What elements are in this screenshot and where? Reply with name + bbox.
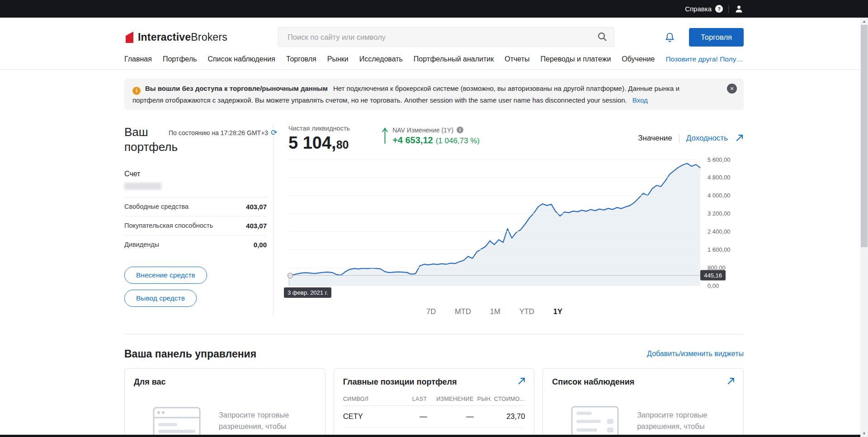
- logo-secondary: Brokers: [191, 31, 227, 43]
- range-button-1y[interactable]: 1Y: [552, 306, 564, 317]
- ib-logo[interactable]: InteractiveBrokers: [124, 31, 227, 43]
- nav-item-reports[interactable]: Отчеты: [505, 55, 529, 63]
- range-button-7d[interactable]: 7D: [425, 306, 438, 317]
- col-change: ИЗМЕНЕНИЕ: [427, 396, 474, 402]
- cell-market-value: 23,70: [474, 412, 525, 421]
- chart-y-axis: 5 600,004 800,004 000,003 200,002 400,00…: [700, 160, 744, 286]
- gridline: [288, 286, 700, 286]
- promo-message: Запросите торговые разрешения, чтобы про…: [219, 409, 302, 437]
- scrollbar-thumb[interactable]: [861, 25, 868, 247]
- as-of-timestamp: По состоянию на 17:28:26 GMT+3⟳: [169, 125, 277, 155]
- watchlist-card: Список наблюдения Запросите торговые раз…: [542, 368, 744, 437]
- portfolio-summary-panel: Ваш портфель По состоянию на 17:28:26 GM…: [124, 125, 274, 317]
- nav-item-watchlist[interactable]: Список наблюдения: [208, 55, 275, 63]
- footer-edge: [0, 435, 860, 437]
- nav-change-percent: (1 046,73 %): [436, 136, 480, 145]
- net-liquidity-int: 5 104,: [288, 133, 336, 152]
- nav-item-portfolio[interactable]: Портфель: [163, 55, 197, 63]
- net-liquidity-chart-panel: Чистая ликвидность 5 104,80 NAV Изменени…: [274, 125, 744, 317]
- notifications-bell-button[interactable]: [664, 32, 675, 43]
- scrollbar-track[interactable]: [860, 25, 868, 430]
- gridline: [288, 195, 700, 196]
- as-of-text: По состоянию на 17:28:26 GMT+3: [169, 129, 268, 136]
- portfolio-section: Ваш портфель По состоянию на 17:28:26 GM…: [124, 125, 744, 334]
- alert-circle-icon: i: [132, 87, 141, 95]
- account-label: Счет: [124, 170, 267, 178]
- cell-change: —: [427, 412, 474, 421]
- row-value: 403,07: [246, 222, 267, 230]
- edit-widgets-link[interactable]: Добавить/изменить виджеты: [647, 350, 744, 358]
- deposit-funds-button[interactable]: Внесение средств: [124, 267, 207, 284]
- cell-last: —: [394, 412, 427, 421]
- toggle-divider: [679, 134, 679, 143]
- expand-chart-icon[interactable]: [735, 134, 744, 142]
- card-title: Для вас: [125, 369, 325, 391]
- info-circle-icon[interactable]: i: [457, 127, 463, 133]
- nav-change-amount: +4 653,12: [392, 135, 433, 145]
- dashboard-section: Ваша панель управления Добавить/изменить…: [124, 348, 744, 437]
- y-axis-label: 1 600,00: [708, 246, 731, 253]
- net-liquidity-chart: 3 февр. 2021 г. 5 600,004 800,004 000,00…: [288, 160, 744, 286]
- nav-change-label: NAV Изменение (1Y): [392, 127, 453, 134]
- ib-logo-icon: [124, 31, 135, 43]
- up-arrow-icon: [382, 127, 388, 145]
- col-market-value: РЫН. СТОИМО...: [474, 396, 525, 402]
- net-liquidity-block: Чистая ликвидность 5 104,80: [288, 125, 350, 153]
- logo-primary: Interactive: [138, 31, 191, 43]
- question-circle-icon[interactable]: ?: [715, 5, 723, 13]
- open-positions-icon[interactable]: [517, 377, 526, 385]
- nav-item-trade[interactable]: Торговля: [286, 55, 316, 63]
- bell-icon: [664, 32, 675, 43]
- value-tab[interactable]: Значение: [638, 134, 672, 143]
- return-tab[interactable]: Доходность: [686, 134, 728, 143]
- nav-item-research[interactable]: Исследовать: [359, 55, 403, 63]
- range-button-mtd[interactable]: MTD: [453, 306, 473, 317]
- dashboard-title: Ваша панель управления: [124, 348, 256, 360]
- top-positions-card: Главные позиции портфеля СИМВОЛ LAST ИЗМ…: [334, 368, 535, 437]
- trade-button[interactable]: Торговля: [689, 28, 744, 47]
- browser-placeholder-icon: [147, 403, 206, 437]
- card-title: Список наблюдения: [543, 369, 743, 391]
- nav-item-markets[interactable]: Рынки: [327, 55, 349, 63]
- portfolio-title: Ваш портфель: [124, 125, 169, 155]
- logo-text: InteractiveBrokers: [138, 31, 227, 43]
- magnifier-icon[interactable]: [597, 32, 607, 43]
- page: Справка ? InteractiveBrokers: [0, 0, 868, 437]
- portfolio-chart-plot[interactable]: 3 февр. 2021 г.: [288, 160, 700, 286]
- scrollbar[interactable]: ▲ ▼: [860, 18, 868, 437]
- y-axis-label: 2 400,00: [708, 228, 731, 235]
- promo-message: Запросите торговые разрешения, чтобы про…: [637, 409, 721, 437]
- search-input[interactable]: [278, 27, 614, 47]
- referral-link[interactable]: Позовите друга! Получит...: [666, 55, 744, 63]
- nav-item-education[interactable]: Обучение: [622, 55, 655, 63]
- nav-item-home[interactable]: Главная: [124, 55, 152, 63]
- top-positions-table: СИМВОЛ LAST ИЗМЕНЕНИЕ РЫН. СТОИМО... CET…: [334, 391, 534, 437]
- summary-row-dividends: Дивиденды 0,00: [124, 235, 267, 254]
- row-label: Покупательская способность: [124, 222, 213, 229]
- topbar-divider: [728, 5, 729, 13]
- help-link[interactable]: Справка ?: [685, 5, 723, 13]
- table-row[interactable]: CETY — — 23,70: [343, 406, 525, 428]
- row-value: 403,07: [246, 203, 267, 211]
- main-nav: Главная Портфель Список наблюдения Торго…: [124, 49, 744, 69]
- nav-item-portfolio-analyst[interactable]: Портфельный аналитик: [414, 55, 494, 63]
- scrollbar-down-arrow[interactable]: ▼: [863, 430, 866, 437]
- gridline: [288, 231, 700, 232]
- gridline: [288, 213, 700, 214]
- y-axis-label: 5 600,00: [708, 156, 731, 163]
- user-menu-button[interactable]: [734, 4, 744, 14]
- account-block: Счет: [124, 170, 267, 197]
- watchlist-placeholder-icon: [566, 403, 624, 437]
- range-button-ytd[interactable]: YTD: [518, 306, 536, 317]
- crosshair-value-label: 445,16: [700, 270, 726, 281]
- login-link[interactable]: Вход: [632, 96, 648, 104]
- open-watchlist-icon[interactable]: [726, 377, 735, 385]
- nav-item-transfers-payments[interactable]: Переводы и платежи: [541, 55, 611, 63]
- crosshair-line: [288, 275, 700, 276]
- account-number-redacted: [124, 183, 161, 190]
- withdraw-funds-button[interactable]: Вывод средств: [124, 290, 197, 307]
- range-button-1m[interactable]: 1M: [488, 306, 502, 317]
- scrollbar-up-arrow[interactable]: ▲: [863, 18, 866, 25]
- banner-bold-text: Вы вошли без доступа к торговле/рыночным…: [145, 85, 328, 92]
- close-icon[interactable]: ✕: [727, 84, 737, 94]
